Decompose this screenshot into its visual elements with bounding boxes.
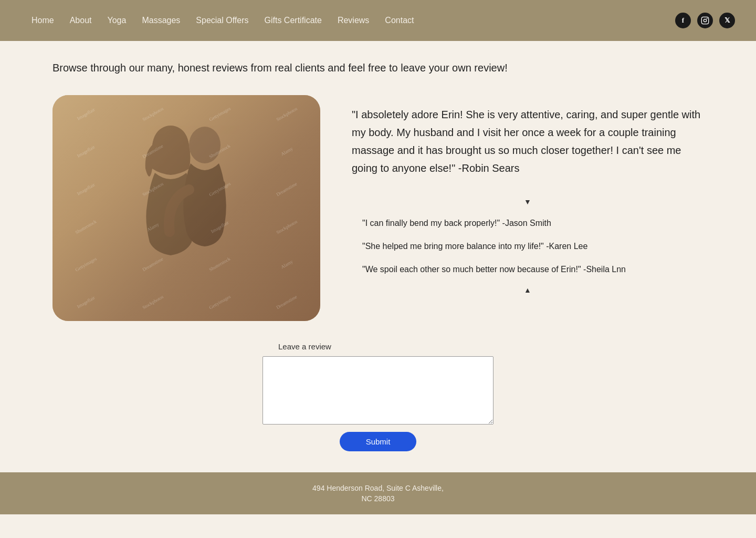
nav-link-massages[interactable]: Massages (142, 16, 180, 25)
footer-line1: 494 Henderson Road, Suite C Asheville, (312, 484, 444, 492)
nav-link-gifts-certificate[interactable]: Gifts Certificate (265, 16, 322, 25)
page-intro: Browse through our many, honest reviews … (52, 62, 704, 74)
nav-link-reviews[interactable]: Reviews (338, 16, 369, 25)
twitter-icon[interactable]: 𝕏 (719, 13, 735, 28)
leave-review-label: Leave a review (278, 342, 331, 351)
nav-link-about[interactable]: About (70, 16, 92, 25)
leave-review-section: Leave a review Submit (52, 342, 704, 451)
chevron-up-icon: ▲ (524, 286, 531, 295)
svg-point-4 (189, 127, 220, 163)
additional-review-item: "She helped me bring more balance into m… (362, 240, 704, 253)
social-links: f𝕏 (675, 13, 735, 28)
expand-reviews-button[interactable]: ▼ (352, 198, 704, 206)
nav-links: HomeAboutYogaMassagesSpecial OffersGifts… (32, 16, 414, 25)
nav-link-special-offers[interactable]: Special Offers (196, 16, 248, 25)
nav-link-contact[interactable]: Contact (385, 16, 414, 25)
chevron-down-icon: ▼ (524, 198, 531, 206)
watermark-text: Imageflair (76, 182, 96, 196)
svg-point-2 (707, 18, 708, 19)
nav-link-home[interactable]: Home (32, 16, 54, 25)
watermark-text: Alamy (280, 146, 293, 157)
additional-reviews: "I can finally bend my back properly!" -… (362, 217, 704, 276)
watermark-text: Alamy (280, 259, 293, 270)
couple-silhouette (108, 116, 265, 300)
watermark-text: Stockphotos (275, 106, 298, 122)
main-content: Browse through our many, honest reviews … (0, 41, 756, 451)
additional-review-item: "I can finally bend my back properly!" -… (362, 217, 704, 230)
collapse-reviews-button[interactable]: ▲ (352, 286, 704, 295)
watermark-text: Stockphotos (275, 219, 298, 235)
watermark-text: Shutterstock (75, 219, 98, 235)
submit-button[interactable]: Submit (340, 432, 417, 451)
watermark-text: Dreamstime (276, 294, 298, 311)
review-section: ImageflairStockphotosGettyimagesStockpho… (52, 95, 704, 321)
watermark-text: Gettyimages (75, 256, 98, 273)
footer: 494 Henderson Road, Suite C Asheville, N… (0, 472, 756, 514)
footer-line2: NC 28803 (361, 494, 394, 503)
review-image-container: ImageflairStockphotosGettyimagesStockpho… (52, 95, 320, 321)
main-review-quote: "I absoletely adore Erin! She is very at… (352, 106, 704, 177)
watermark-text: Dreamstime (276, 181, 298, 198)
additional-review-item: "We spoil each other so much better now … (362, 263, 704, 276)
svg-point-1 (704, 19, 706, 22)
watermark-text: Imageflair (76, 144, 96, 159)
watermark-text: Imageflair (76, 107, 96, 121)
nav-link-yoga[interactable]: Yoga (108, 16, 127, 25)
couple-image: ImageflairStockphotosGettyimagesStockpho… (52, 95, 320, 321)
facebook-icon[interactable]: f (675, 13, 691, 28)
review-text-section: "I absoletely adore Erin! She is very at… (352, 95, 704, 295)
image-placeholder: ImageflairStockphotosGettyimagesStockpho… (52, 95, 320, 321)
review-textarea[interactable] (262, 356, 494, 425)
svg-rect-0 (701, 17, 708, 24)
navigation: HomeAboutYogaMassagesSpecial OffersGifts… (0, 0, 756, 41)
watermark-text: Imageflair (76, 295, 96, 309)
instagram-icon[interactable] (697, 13, 713, 28)
